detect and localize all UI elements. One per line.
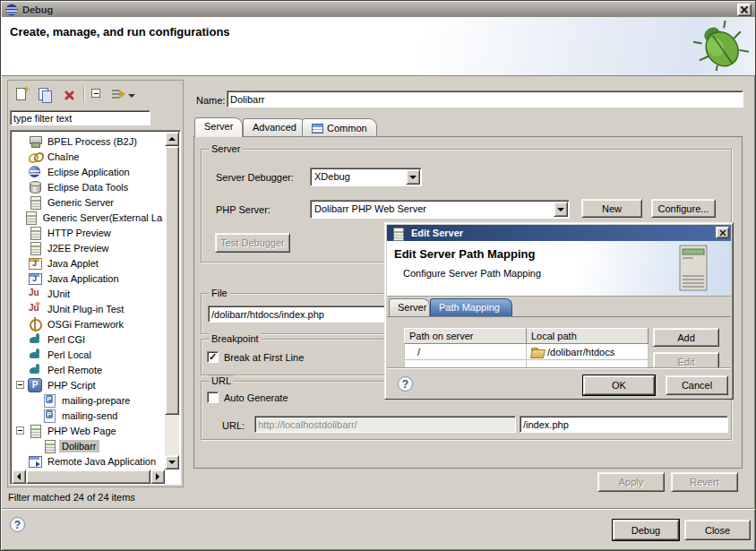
tab-server[interactable]: Server [194, 117, 243, 137]
cancel-button[interactable]: Cancel [666, 375, 728, 395]
window-close-button[interactable] [737, 4, 752, 16]
arrow-right-icon [156, 473, 159, 480]
scroll-up-button[interactable] [165, 132, 179, 146]
tree-item[interactable]: Java Applet [12, 255, 165, 271]
tree-item[interactable]: JUnit Plug-in Test [12, 301, 165, 316]
junit-plugin-icon [28, 302, 42, 315]
delete-configuration-button[interactable] [60, 87, 80, 104]
tree-viewport[interactable]: BPEL Process (B2J) Chaîne Eclipse Applic… [12, 132, 165, 469]
table-row[interactable]: / /dolibarr/htdocs [405, 344, 649, 360]
tree-item[interactable]: OSGi Framework [12, 316, 165, 331]
dialog-close-button[interactable] [716, 227, 729, 238]
scroll-left-button[interactable] [12, 469, 26, 484]
revert-button[interactable]: Revert [671, 472, 738, 492]
tab-common[interactable]: Common [302, 118, 377, 137]
check-icon: ✓ [209, 351, 217, 362]
auto-generate-checkbox[interactable] [207, 392, 219, 403]
duplicate-configuration-button[interactable] [36, 87, 56, 104]
perl-camel-icon [28, 332, 42, 346]
title-bar[interactable]: Debug [2, 2, 756, 17]
tree-item[interactable]: Eclipse Data Tools [12, 179, 165, 194]
server-group-label: Server [209, 143, 243, 154]
tree-item[interactable]: BPEL Process (B2J) [12, 133, 165, 149]
url-group-label: URL [209, 375, 234, 386]
url-path-input[interactable] [520, 416, 728, 433]
tree-item[interactable]: Java Application [12, 271, 165, 286]
dialog-heading: Edit Server Path Mapping [394, 247, 535, 261]
bpel-process-icon [28, 134, 42, 148]
arrow-left-icon [17, 473, 21, 480]
collapse-all-button[interactable] [89, 87, 108, 104]
edit-mapping-button[interactable]: Edit [653, 352, 719, 367]
dropdown-button[interactable] [406, 169, 420, 185]
tree-item[interactable]: Perl Remote [12, 362, 165, 377]
new-configuration-button[interactable] [13, 87, 32, 104]
tree-item[interactable]: Chaîne [12, 149, 165, 164]
column-path-on-server[interactable]: Path on server [405, 329, 527, 344]
tree-item[interactable]: J2EE Preview [12, 240, 165, 255]
dropdown-button[interactable] [554, 202, 568, 217]
break-first-line-checkbox[interactable]: ✓ [207, 351, 219, 363]
test-debugger-button[interactable]: Test Debugger [215, 233, 290, 253]
collapse-node-icon[interactable] [16, 381, 24, 389]
path-mapping-table[interactable]: Path on server Local path / /dolibarr/ht… [404, 328, 649, 367]
vscroll-thumb[interactable] [165, 146, 179, 415]
perl-camel-icon [28, 363, 42, 376]
tree-item[interactable]: HTTP Preview [12, 225, 165, 240]
column-local-path[interactable]: Local path [527, 329, 649, 344]
help-icon[interactable]: ? [10, 517, 25, 532]
collapse-all-icon [91, 89, 100, 98]
server-icon [28, 424, 42, 437]
tree-item[interactable]: mailing-send [12, 408, 165, 423]
tree-item[interactable]: Perl Local [12, 347, 165, 362]
hscroll-thumb[interactable] [26, 469, 150, 484]
apply-button[interactable]: Apply [597, 472, 665, 492]
arrow-down-icon [168, 461, 176, 464]
collapse-node-icon[interactable] [16, 426, 24, 435]
cell-path-on-server: / [405, 344, 527, 360]
tree-item[interactable]: PHP Web Page [12, 423, 165, 438]
chevron-down-icon [409, 176, 417, 179]
name-input[interactable] [227, 90, 743, 108]
dialog-title: Edit Server [411, 228, 463, 238]
close-button[interactable]: Close [684, 520, 751, 540]
new-server-button[interactable]: New [581, 199, 642, 218]
scroll-down-button[interactable] [165, 455, 179, 469]
help-icon[interactable]: ? [398, 376, 413, 392]
break-first-line-label: Break at First Line [224, 352, 304, 363]
dialog-tab-server[interactable]: Server [389, 298, 430, 316]
tree-item[interactable]: JUnit [12, 286, 165, 301]
ok-button[interactable]: OK [583, 375, 655, 395]
tree-item[interactable]: PHP Script [12, 377, 165, 392]
table-icon [312, 124, 323, 133]
chevron-down-icon [557, 208, 564, 211]
junit-icon [28, 287, 42, 300]
add-mapping-button[interactable]: Add [653, 328, 719, 347]
php-server-select[interactable]: Dolibarr PHP Web Server [310, 200, 570, 219]
server-debugger-select[interactable]: XDebug [310, 168, 422, 186]
tree-item[interactable]: Remote Java Application [12, 453, 165, 469]
tab-advanced[interactable]: Advanced [243, 118, 306, 137]
server-icon [391, 227, 405, 240]
file-group-label: File [209, 288, 230, 298]
dialog-tab-path-mapping[interactable]: Path Mapping [430, 298, 512, 316]
banner-title: Create, manage, and run configurations [10, 25, 230, 39]
tree-item-selected[interactable]: Dolibarr [12, 438, 165, 453]
filter-button[interactable] [110, 87, 137, 104]
configure-server-button[interactable]: Configure... [651, 199, 716, 218]
tree-item[interactable]: Generic Server(External La [12, 210, 165, 225]
filter-input[interactable] [10, 110, 150, 125]
scroll-right-button[interactable] [150, 469, 165, 484]
tree-item[interactable]: Eclipse Application [12, 164, 165, 179]
footer-separator [2, 508, 756, 510]
tree-item[interactable]: mailing-prepare [12, 392, 165, 408]
dialog-title-bar[interactable]: Edit Server [387, 225, 731, 241]
debug-button[interactable]: Debug [613, 520, 679, 540]
server-icon [28, 195, 42, 209]
table-row-empty [405, 360, 649, 368]
server-icon [28, 241, 42, 254]
tree-item[interactable]: Generic Server [12, 194, 165, 210]
php-file-icon [42, 409, 56, 422]
chevron-down-icon [128, 94, 135, 98]
tree-item[interactable]: Perl CGI [12, 331, 165, 347]
